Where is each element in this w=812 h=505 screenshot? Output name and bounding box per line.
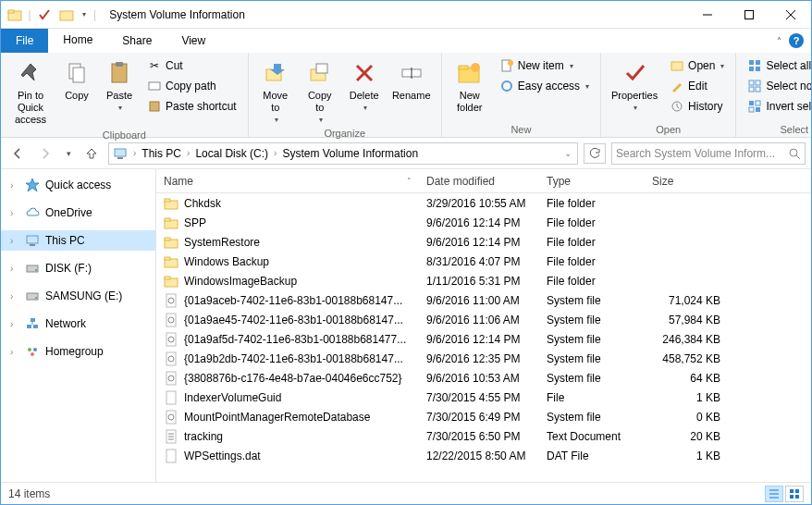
nav-item-this-pc[interactable]: ›This PC — [1, 230, 155, 251]
file-row[interactable]: {3808876b-c176-4e48-b7ae-04046e6cc752}9/… — [156, 368, 811, 388]
svg-point-55 — [33, 348, 37, 351]
new-folder-button[interactable]: New folder — [449, 56, 490, 116]
qat-dropdown-icon[interactable]: ▾ — [79, 5, 90, 25]
rename-button[interactable]: Rename — [389, 56, 434, 104]
column-type[interactable]: Type — [539, 175, 645, 188]
file-row[interactable]: Chkdsk3/29/2016 10:55 AMFile folder — [156, 193, 811, 213]
chevron-right-icon[interactable]: › — [10, 236, 19, 246]
breadcrumb-segment[interactable]: System Volume Information — [280, 147, 420, 160]
nav-item-quick-access[interactable]: ›Quick access — [1, 175, 155, 195]
up-button[interactable] — [80, 142, 103, 165]
nav-item-samsung-e-[interactable]: ›SAMSUNG (E:) — [1, 286, 155, 306]
chevron-down-icon: ▾ — [319, 116, 323, 124]
new-item-icon — [499, 58, 514, 73]
select-all-button[interactable]: Select all — [744, 56, 812, 75]
column-name[interactable]: Name˄ — [156, 175, 419, 188]
breadcrumb-segment[interactable]: Local Disk (C:) — [193, 147, 270, 160]
file-name: tracking — [184, 430, 223, 443]
title-bar: | ▾ | System Volume Information — [1, 1, 811, 29]
tab-file[interactable]: File — [1, 29, 48, 53]
file-row[interactable]: WindowsImageBackup1/11/2016 5:31 PMFile … — [156, 271, 811, 290]
nav-item-disk-f-[interactable]: ›DISK (F:) — [1, 258, 155, 278]
select-none-button[interactable]: Select none — [744, 77, 812, 95]
svg-rect-51 — [33, 325, 38, 328]
refresh-button[interactable] — [584, 143, 606, 164]
search-icon[interactable] — [788, 147, 801, 160]
cut-button[interactable]: ✂Cut — [143, 56, 240, 75]
breadcrumb-segment[interactable]: This PC — [140, 147, 183, 160]
paste-shortcut-button[interactable]: Paste shortcut — [143, 97, 240, 116]
chevron-down-icon: ▾ — [585, 82, 589, 91]
tab-share[interactable]: Share — [107, 29, 166, 53]
file-row[interactable]: SPP9/6/2016 12:14 PMFile folder — [156, 213, 811, 232]
file-name: {01a9aceb-7402-11e6-83b1-00188b68147... — [184, 294, 402, 307]
file-row[interactable]: {01a9b2db-7402-11e6-83b1-00188b68147...9… — [156, 349, 811, 368]
chevron-right-icon[interactable]: › — [10, 347, 19, 357]
file-row[interactable]: IndexerVolumeGuid7/30/2015 4:55 PMFile1 … — [156, 388, 811, 407]
chevron-right-icon[interactable]: › — [274, 148, 277, 158]
copy-path-button[interactable]: Copy path — [143, 77, 240, 95]
file-row[interactable]: MountPointManagerRemoteDatabase7/30/2015… — [156, 407, 811, 426]
column-date[interactable]: Date modified — [419, 175, 539, 188]
nav-item-onedrive[interactable]: ›OneDrive — [1, 203, 155, 223]
recent-locations-button[interactable]: ▾ — [62, 142, 75, 165]
group-open: Properties▾ Open▾ Edit History Open — [601, 53, 736, 137]
svg-rect-11 — [149, 82, 160, 90]
delete-icon — [350, 58, 379, 88]
file-type: File folder — [539, 275, 645, 288]
file-name: {01a9af5d-7402-11e6-83b1-00188b681477... — [184, 333, 406, 346]
forward-button[interactable] — [34, 142, 56, 165]
tab-home[interactable]: Home — [48, 29, 107, 53]
help-icon[interactable]: ? — [789, 33, 804, 48]
paste-button[interactable]: Paste ▾ — [101, 56, 138, 114]
move-to-icon — [261, 58, 290, 88]
details-view-button[interactable] — [765, 486, 783, 502]
large-icons-view-button[interactable] — [785, 486, 804, 502]
new-folder-qat-icon[interactable] — [56, 5, 77, 25]
properties-qat-icon[interactable] — [34, 5, 55, 25]
invert-selection-button[interactable]: Invert selection — [744, 97, 812, 116]
chevron-right-icon[interactable]: › — [10, 264, 19, 274]
svg-rect-66 — [165, 277, 170, 279]
chevron-right-icon[interactable]: › — [133, 148, 136, 158]
chevron-right-icon[interactable]: › — [187, 148, 190, 158]
close-button[interactable] — [769, 1, 811, 29]
file-row[interactable]: {01a9ae45-7402-11e6-83b1-00188b68147...9… — [156, 310, 811, 329]
maximize-button[interactable] — [728, 1, 769, 29]
new-item-button[interactable]: New item▾ — [496, 56, 593, 75]
file-row[interactable]: SystemRestore9/6/2016 12:14 PMFile folde… — [156, 232, 811, 252]
open-button[interactable]: Open▾ — [666, 56, 728, 75]
window-title: System Volume Information — [109, 8, 245, 21]
tab-view[interactable]: View — [166, 29, 220, 53]
minimize-button[interactable] — [686, 1, 728, 29]
copy-button[interactable]: Copy — [58, 56, 95, 104]
search-input[interactable] — [616, 147, 788, 160]
file-row[interactable]: {01a9aceb-7402-11e6-83b1-00188b68147...9… — [156, 290, 811, 310]
nav-item-homegroup[interactable]: ›Homegroup — [1, 341, 155, 362]
move-to-button[interactable]: Move to▾ — [256, 56, 295, 126]
edit-button[interactable]: Edit — [666, 77, 728, 95]
chevron-right-icon[interactable]: › — [10, 291, 19, 302]
copy-to-button[interactable]: Copy to▾ — [301, 56, 339, 126]
file-row[interactable]: Windows Backup8/31/2016 4:07 PMFile fold… — [156, 252, 811, 271]
chevron-right-icon[interactable]: › — [10, 319, 19, 329]
back-button[interactable] — [6, 142, 29, 165]
pin-to-quick-access-button[interactable]: Pin to Quick access — [8, 56, 53, 128]
open-icon — [670, 58, 684, 73]
chevron-right-icon[interactable]: › — [10, 208, 19, 218]
properties-button[interactable]: Properties▾ — [609, 56, 660, 114]
file-row[interactable]: tracking7/30/2015 6:50 PMText Document20… — [156, 426, 811, 446]
address-bar[interactable]: › This PC › Local Disk (C:) › System Vol… — [108, 142, 578, 165]
file-row[interactable]: {01a9af5d-7402-11e6-83b1-00188b681477...… — [156, 329, 811, 349]
column-size[interactable]: Size — [645, 175, 728, 188]
search-box[interactable] — [611, 142, 806, 165]
chevron-up-icon[interactable]: ˄ — [777, 36, 781, 46]
easy-access-button[interactable]: Easy access▾ — [496, 77, 593, 95]
delete-button[interactable]: Delete▾ — [345, 56, 384, 114]
chevron-right-icon[interactable]: › — [10, 180, 19, 191]
svg-rect-29 — [756, 60, 760, 65]
file-row[interactable]: WPSettings.dat12/22/2015 8:50 AMDAT File… — [156, 446, 811, 465]
chevron-down-icon[interactable]: ⌄ — [564, 148, 572, 158]
nav-item-network[interactable]: ›Network — [1, 314, 155, 334]
history-button[interactable]: History — [666, 97, 728, 116]
